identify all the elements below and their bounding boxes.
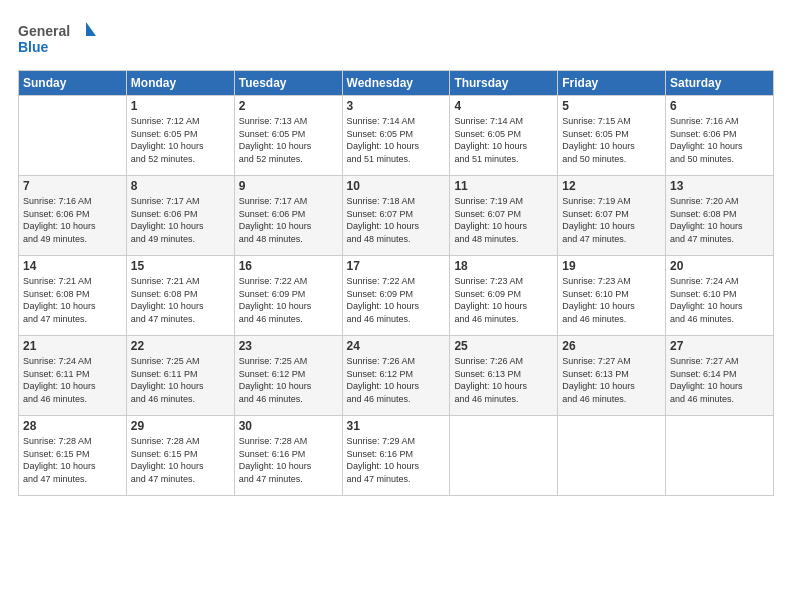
cell-info: Sunrise: 7:28 AM Sunset: 6:16 PM Dayligh… (239, 435, 338, 485)
calendar-cell: 30Sunrise: 7:28 AM Sunset: 6:16 PM Dayli… (234, 416, 342, 496)
day-number: 24 (347, 339, 446, 353)
day-number: 11 (454, 179, 553, 193)
calendar-cell: 16Sunrise: 7:22 AM Sunset: 6:09 PM Dayli… (234, 256, 342, 336)
cell-info: Sunrise: 7:24 AM Sunset: 6:10 PM Dayligh… (670, 275, 769, 325)
cell-info: Sunrise: 7:18 AM Sunset: 6:07 PM Dayligh… (347, 195, 446, 245)
calendar-cell: 14Sunrise: 7:21 AM Sunset: 6:08 PM Dayli… (19, 256, 127, 336)
calendar-col-sunday: Sunday (19, 71, 127, 96)
calendar-table: SundayMondayTuesdayWednesdayThursdayFrid… (18, 70, 774, 496)
day-number: 28 (23, 419, 122, 433)
calendar-cell: 8Sunrise: 7:17 AM Sunset: 6:06 PM Daylig… (126, 176, 234, 256)
svg-text:General: General (18, 23, 70, 39)
cell-info: Sunrise: 7:27 AM Sunset: 6:14 PM Dayligh… (670, 355, 769, 405)
day-number: 2 (239, 99, 338, 113)
cell-info: Sunrise: 7:16 AM Sunset: 6:06 PM Dayligh… (23, 195, 122, 245)
cell-info: Sunrise: 7:19 AM Sunset: 6:07 PM Dayligh… (454, 195, 553, 245)
cell-info: Sunrise: 7:21 AM Sunset: 6:08 PM Dayligh… (23, 275, 122, 325)
day-number: 6 (670, 99, 769, 113)
calendar-cell: 5Sunrise: 7:15 AM Sunset: 6:05 PM Daylig… (558, 96, 666, 176)
calendar-cell: 11Sunrise: 7:19 AM Sunset: 6:07 PM Dayli… (450, 176, 558, 256)
calendar-cell: 27Sunrise: 7:27 AM Sunset: 6:14 PM Dayli… (666, 336, 774, 416)
calendar-week-0: 1Sunrise: 7:12 AM Sunset: 6:05 PM Daylig… (19, 96, 774, 176)
calendar-cell: 21Sunrise: 7:24 AM Sunset: 6:11 PM Dayli… (19, 336, 127, 416)
day-number: 1 (131, 99, 230, 113)
calendar-cell: 3Sunrise: 7:14 AM Sunset: 6:05 PM Daylig… (342, 96, 450, 176)
calendar-col-thursday: Thursday (450, 71, 558, 96)
calendar-cell: 6Sunrise: 7:16 AM Sunset: 6:06 PM Daylig… (666, 96, 774, 176)
calendar-cell (19, 96, 127, 176)
calendar-cell: 19Sunrise: 7:23 AM Sunset: 6:10 PM Dayli… (558, 256, 666, 336)
day-number: 13 (670, 179, 769, 193)
day-number: 10 (347, 179, 446, 193)
cell-info: Sunrise: 7:21 AM Sunset: 6:08 PM Dayligh… (131, 275, 230, 325)
calendar-week-2: 14Sunrise: 7:21 AM Sunset: 6:08 PM Dayli… (19, 256, 774, 336)
svg-text:Blue: Blue (18, 39, 49, 55)
calendar-cell: 25Sunrise: 7:26 AM Sunset: 6:13 PM Dayli… (450, 336, 558, 416)
calendar-cell: 18Sunrise: 7:23 AM Sunset: 6:09 PM Dayli… (450, 256, 558, 336)
cell-info: Sunrise: 7:28 AM Sunset: 6:15 PM Dayligh… (131, 435, 230, 485)
cell-info: Sunrise: 7:25 AM Sunset: 6:11 PM Dayligh… (131, 355, 230, 405)
day-number: 21 (23, 339, 122, 353)
cell-info: Sunrise: 7:17 AM Sunset: 6:06 PM Dayligh… (239, 195, 338, 245)
day-number: 8 (131, 179, 230, 193)
calendar-cell: 10Sunrise: 7:18 AM Sunset: 6:07 PM Dayli… (342, 176, 450, 256)
calendar-week-4: 28Sunrise: 7:28 AM Sunset: 6:15 PM Dayli… (19, 416, 774, 496)
day-number: 16 (239, 259, 338, 273)
day-number: 22 (131, 339, 230, 353)
cell-info: Sunrise: 7:20 AM Sunset: 6:08 PM Dayligh… (670, 195, 769, 245)
cell-info: Sunrise: 7:26 AM Sunset: 6:12 PM Dayligh… (347, 355, 446, 405)
cell-info: Sunrise: 7:12 AM Sunset: 6:05 PM Dayligh… (131, 115, 230, 165)
calendar-cell: 22Sunrise: 7:25 AM Sunset: 6:11 PM Dayli… (126, 336, 234, 416)
svg-marker-2 (86, 22, 96, 36)
cell-info: Sunrise: 7:15 AM Sunset: 6:05 PM Dayligh… (562, 115, 661, 165)
day-number: 15 (131, 259, 230, 273)
calendar-cell: 12Sunrise: 7:19 AM Sunset: 6:07 PM Dayli… (558, 176, 666, 256)
cell-info: Sunrise: 7:17 AM Sunset: 6:06 PM Dayligh… (131, 195, 230, 245)
calendar-cell: 17Sunrise: 7:22 AM Sunset: 6:09 PM Dayli… (342, 256, 450, 336)
calendar-week-3: 21Sunrise: 7:24 AM Sunset: 6:11 PM Dayli… (19, 336, 774, 416)
cell-info: Sunrise: 7:22 AM Sunset: 6:09 PM Dayligh… (239, 275, 338, 325)
day-number: 9 (239, 179, 338, 193)
calendar-cell: 15Sunrise: 7:21 AM Sunset: 6:08 PM Dayli… (126, 256, 234, 336)
cell-info: Sunrise: 7:14 AM Sunset: 6:05 PM Dayligh… (347, 115, 446, 165)
cell-info: Sunrise: 7:19 AM Sunset: 6:07 PM Dayligh… (562, 195, 661, 245)
cell-info: Sunrise: 7:26 AM Sunset: 6:13 PM Dayligh… (454, 355, 553, 405)
header: General Blue (18, 18, 774, 60)
cell-info: Sunrise: 7:24 AM Sunset: 6:11 PM Dayligh… (23, 355, 122, 405)
cell-info: Sunrise: 7:13 AM Sunset: 6:05 PM Dayligh… (239, 115, 338, 165)
calendar-cell: 7Sunrise: 7:16 AM Sunset: 6:06 PM Daylig… (19, 176, 127, 256)
logo-svg: General Blue (18, 18, 98, 60)
day-number: 18 (454, 259, 553, 273)
calendar-cell (666, 416, 774, 496)
day-number: 29 (131, 419, 230, 433)
day-number: 20 (670, 259, 769, 273)
calendar-cell: 26Sunrise: 7:27 AM Sunset: 6:13 PM Dayli… (558, 336, 666, 416)
page: General Blue SundayMondayTuesdayWednesda… (0, 0, 792, 612)
day-number: 4 (454, 99, 553, 113)
calendar-cell (450, 416, 558, 496)
cell-info: Sunrise: 7:25 AM Sunset: 6:12 PM Dayligh… (239, 355, 338, 405)
day-number: 30 (239, 419, 338, 433)
cell-info: Sunrise: 7:23 AM Sunset: 6:10 PM Dayligh… (562, 275, 661, 325)
cell-info: Sunrise: 7:28 AM Sunset: 6:15 PM Dayligh… (23, 435, 122, 485)
calendar-cell: 29Sunrise: 7:28 AM Sunset: 6:15 PM Dayli… (126, 416, 234, 496)
calendar-week-1: 7Sunrise: 7:16 AM Sunset: 6:06 PM Daylig… (19, 176, 774, 256)
calendar-cell: 2Sunrise: 7:13 AM Sunset: 6:05 PM Daylig… (234, 96, 342, 176)
calendar-cell: 13Sunrise: 7:20 AM Sunset: 6:08 PM Dayli… (666, 176, 774, 256)
cell-info: Sunrise: 7:27 AM Sunset: 6:13 PM Dayligh… (562, 355, 661, 405)
day-number: 5 (562, 99, 661, 113)
day-number: 26 (562, 339, 661, 353)
day-number: 14 (23, 259, 122, 273)
day-number: 17 (347, 259, 446, 273)
calendar-cell: 31Sunrise: 7:29 AM Sunset: 6:16 PM Dayli… (342, 416, 450, 496)
cell-info: Sunrise: 7:22 AM Sunset: 6:09 PM Dayligh… (347, 275, 446, 325)
calendar-cell: 20Sunrise: 7:24 AM Sunset: 6:10 PM Dayli… (666, 256, 774, 336)
calendar-cell: 23Sunrise: 7:25 AM Sunset: 6:12 PM Dayli… (234, 336, 342, 416)
logo: General Blue (18, 18, 98, 60)
cell-info: Sunrise: 7:29 AM Sunset: 6:16 PM Dayligh… (347, 435, 446, 485)
calendar-col-wednesday: Wednesday (342, 71, 450, 96)
calendar-cell: 4Sunrise: 7:14 AM Sunset: 6:05 PM Daylig… (450, 96, 558, 176)
calendar-col-friday: Friday (558, 71, 666, 96)
day-number: 3 (347, 99, 446, 113)
day-number: 25 (454, 339, 553, 353)
